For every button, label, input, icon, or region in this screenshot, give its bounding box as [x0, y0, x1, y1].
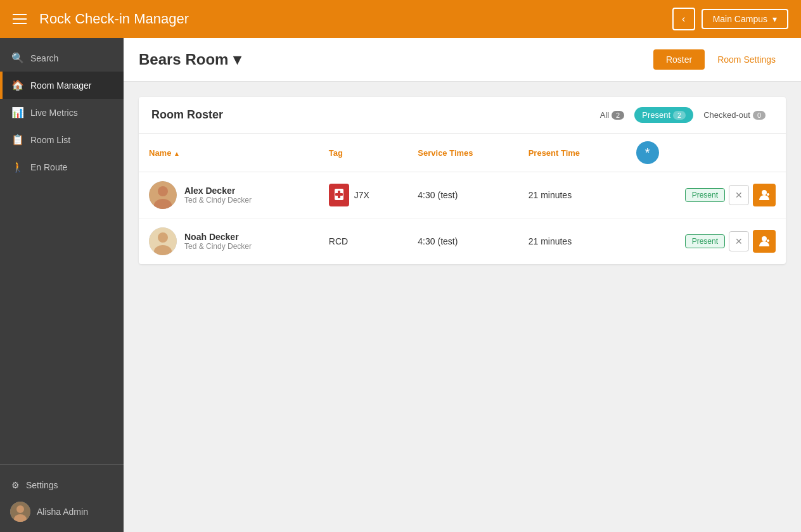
roster-title: Room Roster: [151, 108, 223, 122]
avatar-alex: [149, 181, 177, 209]
sidebar-label-en-route: En Route: [30, 162, 67, 172]
roster-card: Room Roster All 2 Present 2 Checked-out: [139, 97, 786, 264]
svg-point-15: [762, 236, 767, 241]
person-name-alex: Alex Decker: [184, 186, 252, 196]
profile-button-alex[interactable]: [753, 184, 776, 206]
main-content: Room Roster All 2 Present 2 Checked-out: [124, 82, 801, 532]
tag-value-alex: J7X: [354, 190, 369, 200]
settings-item[interactable]: ⚙ Settings: [10, 475, 113, 495]
room-manager-icon: 🏠: [11, 79, 24, 91]
service-time-alex: 4:30 (test): [407, 172, 518, 218]
col-header-present-time: Present Time: [518, 134, 624, 172]
campus-label: Main Campus: [713, 14, 767, 24]
campus-selector[interactable]: Main Campus ▾: [702, 9, 788, 29]
room-title[interactable]: Bears Room ▾: [139, 51, 241, 68]
person-name-noah: Noah Decker: [184, 232, 252, 242]
sidebar-item-search[interactable]: 🔍 Search: [0, 44, 124, 72]
table-row: Noah Decker Ted & Cindy Decker RCD 4:30 …: [139, 218, 786, 265]
filter-checked-out[interactable]: Checked-out 0: [696, 107, 773, 123]
status-badge-noah: Present: [685, 234, 725, 248]
filter-checked-out-count: 0: [753, 111, 766, 120]
en-route-icon: 🚶: [11, 161, 24, 173]
room-settings-button[interactable]: Room Settings: [707, 49, 786, 70]
tag-cell-alex: J7X: [319, 172, 408, 218]
page-header: Bears Room ▾ Roster Room Settings: [124, 38, 801, 82]
present-time-alex: 21 minutes: [518, 172, 624, 218]
col-header-tag: Tag: [319, 134, 408, 172]
sidebar: 🔍 Search 🏠 Room Manager 📊 Live Metrics 📋…: [0, 38, 124, 532]
sidebar-item-live-metrics[interactable]: 📊 Live Metrics: [0, 99, 124, 126]
person-cell-alex: Alex Decker Ted & Cindy Decker: [139, 172, 319, 218]
add-note-button[interactable]: *: [636, 141, 659, 164]
medical-tag-icon: [329, 184, 349, 206]
sidebar-item-room-manager[interactable]: 🏠 Room Manager: [0, 72, 124, 99]
filter-all[interactable]: All 2: [593, 107, 632, 123]
person-guardian-noah: Ted & Cindy Decker: [184, 242, 252, 251]
col-header-service-times: Service Times: [407, 134, 518, 172]
actions-alex: Present ✕: [624, 172, 786, 218]
svg-point-1: [16, 505, 24, 513]
col-header-actions: *: [624, 134, 786, 172]
filter-checked-out-label: Checked-out: [703, 110, 750, 120]
svg-point-4: [158, 186, 168, 196]
person-cell-noah: Noah Decker Ted & Cindy Decker: [139, 218, 319, 265]
present-time-noah: 21 minutes: [518, 218, 624, 265]
sidebar-nav: 🔍 Search 🏠 Room Manager 📊 Live Metrics 📋…: [0, 38, 124, 464]
settings-gear-icon: ⚙: [11, 480, 20, 490]
header-action-buttons: Roster Room Settings: [653, 49, 786, 70]
user-profile[interactable]: Alisha Admin: [10, 502, 113, 522]
hamburger-menu[interactable]: [13, 14, 27, 24]
settings-label: Settings: [26, 480, 58, 490]
svg-rect-8: [335, 193, 343, 196]
svg-point-9: [762, 190, 767, 195]
status-badge-alex: Present: [685, 188, 725, 202]
main-content-area: Bears Room ▾ Roster Room Settings Room R…: [124, 38, 801, 532]
room-name: Bears Room: [139, 51, 228, 68]
actions-noah: Present ✕: [624, 218, 786, 265]
sidebar-label-room-manager: Room Manager: [30, 80, 92, 91]
tag-cell-noah: RCD: [319, 218, 408, 265]
filter-present-count: 2: [673, 111, 686, 120]
sidebar-bottom: ⚙ Settings Alisha Admin: [0, 464, 124, 532]
campus-caret-icon: ▾: [772, 14, 777, 24]
checkout-button-noah[interactable]: ✕: [729, 231, 749, 251]
profile-button-noah[interactable]: [753, 230, 776, 253]
sidebar-item-room-list[interactable]: 📋 Room List: [0, 126, 124, 153]
table-row: Alex Decker Ted & Cindy Decker: [139, 172, 786, 218]
svg-point-13: [158, 232, 168, 243]
sidebar-label-search: Search: [30, 53, 58, 63]
user-avatar: [10, 502, 30, 522]
person-info-alex: Alex Decker Ted & Cindy Decker: [184, 186, 252, 205]
sidebar-item-en-route[interactable]: 🚶 En Route: [0, 153, 124, 180]
back-button[interactable]: ‹: [672, 8, 695, 30]
roster-button[interactable]: Roster: [653, 49, 705, 70]
app-header: Rock Check-in Manager ‹ Main Campus ▾: [0, 0, 801, 38]
sidebar-label-room-list: Room List: [30, 135, 70, 145]
checkout-button-alex[interactable]: ✕: [729, 185, 749, 205]
room-list-icon: 📋: [11, 134, 24, 146]
filter-present[interactable]: Present 2: [634, 107, 693, 123]
room-dropdown-caret-icon: ▾: [233, 51, 241, 68]
search-icon: 🔍: [11, 52, 24, 64]
filter-all-count: 2: [612, 111, 624, 120]
sidebar-label-live-metrics: Live Metrics: [30, 108, 78, 118]
filter-present-label: Present: [642, 110, 670, 120]
filter-all-label: All: [600, 110, 609, 120]
person-guardian-alex: Ted & Cindy Decker: [184, 196, 252, 205]
col-header-name[interactable]: Name ▲: [139, 134, 319, 172]
user-name: Alisha Admin: [37, 507, 88, 517]
filter-tabs: All 2 Present 2 Checked-out 0: [593, 107, 773, 123]
live-metrics-icon: 📊: [11, 106, 24, 118]
person-info-noah: Noah Decker Ted & Cindy Decker: [184, 232, 252, 251]
app-title: Rock Check-in Manager: [39, 11, 672, 27]
roster-card-header: Room Roster All 2 Present 2 Checked-out: [139, 97, 786, 134]
roster-table: Name ▲ Tag Service Times Present Time *: [139, 134, 786, 264]
service-time-noah: 4:30 (test): [407, 218, 518, 265]
avatar-noah: [149, 227, 177, 255]
